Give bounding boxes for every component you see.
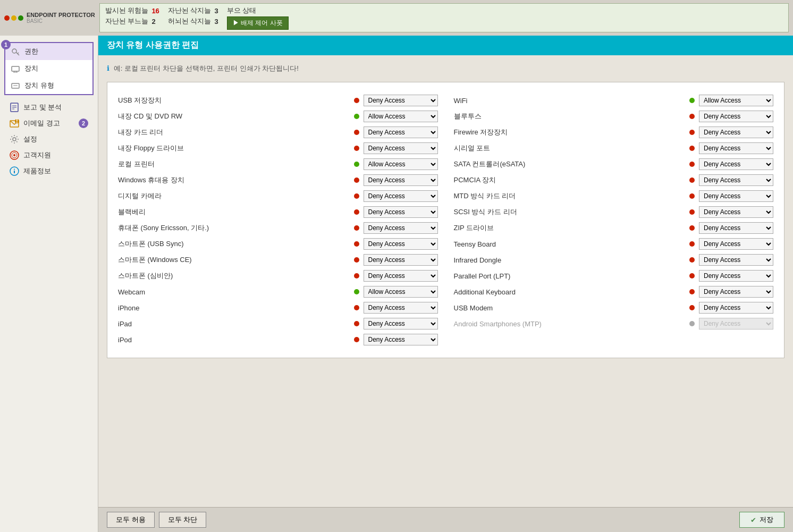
access-select[interactable]: Deny AccessAllow AccessRead-Only Access bbox=[699, 142, 773, 154]
device-label: Firewire 저장장치 bbox=[454, 128, 686, 137]
status-dot bbox=[354, 98, 359, 103]
right-device-row: 블루투스Deny AccessAllow AccessRead-Only Acc… bbox=[454, 109, 774, 124]
status-dot bbox=[689, 98, 695, 103]
status-dot bbox=[354, 273, 359, 278]
status-dot bbox=[689, 130, 695, 135]
status-dot bbox=[689, 289, 695, 294]
device-label: iPad bbox=[118, 320, 350, 328]
access-select[interactable]: Deny AccessAllow AccessRead-Only Access bbox=[699, 95, 773, 106]
access-select[interactable]: Deny AccessAllow AccessRead-Only Access bbox=[699, 190, 773, 202]
left-device-row: 블랙베리Deny AccessAllow AccessRead-Only Acc… bbox=[118, 205, 438, 219]
access-select[interactable]: Deny AccessAllow AccessRead-Only Access bbox=[364, 286, 438, 298]
status-dot bbox=[689, 114, 695, 119]
stat-row-2: 자난뇐 부느늘 2 bbox=[105, 16, 159, 26]
control-button[interactable]: ▶ 배제 제어 사폿 bbox=[227, 16, 289, 30]
access-select[interactable]: Deny AccessAllow AccessRead-Only Access bbox=[364, 270, 438, 282]
sidebar-item-device[interactable]: 장치 bbox=[5, 60, 92, 77]
access-select[interactable]: Deny AccessAllow AccessRead-Only Access bbox=[364, 206, 438, 218]
content-inner: ℹ 예: 로컬 프린터 차단을 선택하면, 프린터 인쇄가 차단됩니다! USB… bbox=[98, 55, 793, 507]
block-all-button[interactable]: 모두 차단 bbox=[159, 512, 207, 528]
svg-rect-3 bbox=[12, 66, 19, 71]
access-select[interactable]: Deny AccessAllow AccessRead-Only Access bbox=[364, 111, 438, 122]
status-dot bbox=[354, 289, 359, 294]
status-dot bbox=[354, 337, 359, 342]
status-dot bbox=[354, 209, 359, 215]
device-label: 디지털 카메라 bbox=[118, 191, 350, 201]
device-label: 스마트폰 (USB Sync) bbox=[118, 239, 350, 249]
access-select[interactable]: Deny AccessAllow AccessRead-Only Access bbox=[699, 126, 773, 138]
content-area: 장치 유형 사용권한 편집 ℹ 예: 로컬 프린터 차단을 선택하면, 프린터 … bbox=[98, 36, 793, 532]
access-select[interactable]: Deny AccessAllow AccessRead-Only Access bbox=[699, 254, 773, 266]
svg-point-19 bbox=[13, 154, 15, 156]
status-dot bbox=[354, 162, 359, 167]
left-device-row: iPhoneDeny AccessAllow AccessRead-Only A… bbox=[118, 300, 438, 315]
access-select[interactable]: Deny AccessAllow AccessRead-Only Access bbox=[364, 126, 438, 138]
sidebar-item-info[interactable]: 제품정보 bbox=[4, 163, 94, 179]
access-select[interactable]: Deny AccessAllow AccessRead-Only Access bbox=[699, 318, 773, 330]
access-select[interactable]: Deny AccessAllow AccessRead-Only Access bbox=[364, 254, 438, 266]
control-btn-row[interactable]: ▶ 배제 제어 사폿 bbox=[227, 16, 289, 30]
access-select[interactable]: Deny AccessAllow AccessRead-Only Access bbox=[699, 238, 773, 250]
sidebar-item-email[interactable]: ! 이메일 경고 2 bbox=[4, 115, 94, 131]
right-device-row: USB ModemDeny AccessAllow AccessRead-Onl… bbox=[454, 300, 774, 315]
sidebar-label-device: 장치 bbox=[24, 64, 38, 73]
access-select[interactable]: Deny AccessAllow AccessRead-Only Access bbox=[699, 222, 773, 234]
status-box: 발시뇐 위험늘 16 자난뇐 부느늘 2 자난뇐 삭지늘 3 허뇌뇐 삭지늘 3… bbox=[99, 3, 789, 32]
access-select[interactable]: Deny AccessAllow AccessRead-Only Access bbox=[364, 238, 438, 250]
sidebar-section: 권한 장치 장치 유형 bbox=[4, 42, 94, 95]
sidebar-item-permissions[interactable]: 권한 bbox=[5, 43, 92, 60]
device-panel: USB 저장장치Deny AccessAllow AccessRead-Only… bbox=[107, 82, 784, 358]
badge-2: 2 bbox=[79, 119, 88, 128]
access-select[interactable]: Deny AccessAllow AccessRead-Only Access bbox=[699, 158, 773, 170]
device-label: 로컬 프린터 bbox=[118, 159, 350, 169]
right-device-row: Android Smartphones (MTP)Deny AccessAllo… bbox=[454, 316, 774, 331]
left-device-row: 휴대폰 (Sony Ericsson, 기타.)Deny AccessAllow… bbox=[118, 221, 438, 235]
device-label: Infrared Dongle bbox=[454, 256, 686, 264]
access-select[interactable]: Deny AccessAllow AccessRead-Only Access bbox=[364, 158, 438, 170]
tl-green bbox=[18, 15, 23, 21]
access-select[interactable]: Deny AccessAllow AccessRead-Only Access bbox=[364, 318, 438, 330]
allow-all-button[interactable]: 모두 허용 bbox=[107, 512, 155, 528]
access-select[interactable]: Deny AccessAllow AccessRead-Only Access bbox=[699, 174, 773, 186]
access-select[interactable]: Deny AccessAllow AccessRead-Only Access bbox=[364, 334, 438, 345]
traffic-lights bbox=[4, 15, 23, 21]
tl-red bbox=[4, 15, 10, 21]
svg-text:!: ! bbox=[16, 119, 18, 124]
svg-point-22 bbox=[14, 169, 15, 170]
left-device-row: 내장 Floppy 드라이브Deny AccessAllow AccessRea… bbox=[118, 141, 438, 156]
access-select[interactable]: Deny AccessAllow AccessRead-Only Access bbox=[699, 270, 773, 282]
device-label: iPod bbox=[118, 336, 350, 344]
tl-yellow bbox=[11, 15, 16, 21]
device-label: WiFi bbox=[454, 97, 686, 105]
save-button[interactable]: ✔ 저장 bbox=[739, 512, 784, 528]
sidebar-label-permissions: 권한 bbox=[24, 47, 38, 56]
svg-line-2 bbox=[18, 53, 19, 54]
access-select[interactable]: Deny AccessAllow AccessRead-Only Access bbox=[699, 286, 773, 298]
sidebar-label-email: 이메일 경고 bbox=[23, 119, 60, 128]
sidebar: 1 권한 bbox=[0, 36, 98, 532]
badge-1: 1 bbox=[1, 40, 11, 49]
device-icon bbox=[11, 64, 20, 73]
device-label: Windows 휴대용 장치 bbox=[118, 175, 350, 185]
sidebar-item-support[interactable]: 고객지원 bbox=[4, 147, 94, 163]
right-device-row: SCSI 방식 카드 리더Deny AccessAllow AccessRead… bbox=[454, 205, 774, 219]
access-select[interactable]: Deny AccessAllow AccessRead-Only Access bbox=[364, 174, 438, 186]
access-select[interactable]: Deny AccessAllow AccessRead-Only Access bbox=[364, 190, 438, 202]
access-select[interactable]: Deny AccessAllow AccessRead-Only Access bbox=[699, 111, 773, 122]
sidebar-item-report[interactable]: 보고 및 분석 bbox=[4, 99, 94, 115]
sidebar-section-wrapper: 1 권한 bbox=[0, 42, 98, 95]
access-select[interactable]: Deny AccessAllow AccessRead-Only Access bbox=[364, 222, 438, 234]
access-select[interactable]: Deny AccessAllow AccessRead-Only Access bbox=[364, 95, 438, 106]
right-device-row: 시리얼 포트Deny AccessAllow AccessRead-Only A… bbox=[454, 141, 774, 156]
access-select[interactable]: Deny AccessAllow AccessRead-Only Access bbox=[364, 142, 438, 154]
access-select[interactable]: Deny AccessAllow AccessRead-Only Access bbox=[364, 302, 438, 314]
access-select[interactable]: Deny AccessAllow AccessRead-Only Access bbox=[699, 302, 773, 314]
sidebar-item-settings[interactable]: 설정 bbox=[4, 131, 94, 147]
status-dot bbox=[354, 114, 359, 119]
right-device-row: ZIP 드라이브Deny AccessAllow AccessRead-Only… bbox=[454, 221, 774, 235]
device-label: USB 저장장치 bbox=[118, 96, 350, 105]
access-select[interactable]: Deny AccessAllow AccessRead-Only Access bbox=[699, 206, 773, 218]
key-icon bbox=[11, 47, 20, 56]
device-label: 내장 CD 및 DVD RW bbox=[118, 112, 350, 121]
sidebar-item-device-type[interactable]: 장치 유형 bbox=[5, 77, 92, 94]
